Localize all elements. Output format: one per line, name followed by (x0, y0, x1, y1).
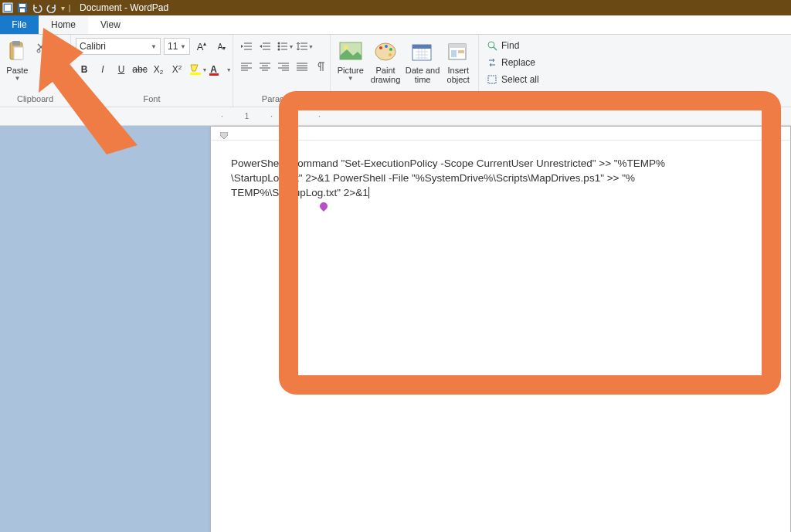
document-body[interactable]: PowerShell -Command "Set-ExecutionPolicy… (211, 141, 790, 215)
right-indent-marker[interactable] (773, 132, 781, 140)
find-button[interactable]: Find (484, 38, 522, 53)
grow-font-button[interactable]: A▴ (193, 38, 210, 55)
group-paragraph-label: Paragraph (238, 93, 325, 105)
justify-button[interactable] (294, 58, 311, 75)
font-size-value: 11 (168, 41, 178, 52)
group-font-label: Font (76, 93, 228, 105)
svg-point-18 (385, 45, 388, 48)
svg-rect-22 (412, 45, 431, 49)
paste-label: Paste (6, 66, 28, 75)
svg-point-12 (277, 46, 280, 48)
align-center-button[interactable] (256, 58, 273, 75)
replace-button[interactable]: Replace (484, 55, 538, 70)
svg-rect-28 (488, 76, 496, 83)
ruler-mark: · (270, 112, 273, 120)
calendar-icon (410, 39, 435, 64)
select-all-icon (487, 74, 497, 85)
select-all-button[interactable]: Select all (484, 72, 542, 87)
svg-point-19 (389, 48, 392, 51)
date-label: Date and time (406, 66, 440, 84)
quick-access-toolbar: ▾ | (2, 2, 72, 14)
ruler-mark: · (294, 112, 297, 120)
titlebar: ▾ | Document - WordPad (0, 0, 791, 15)
ruler-mark-1: 1 (245, 112, 250, 120)
horizontal-ruler: · 1 · · · (0, 107, 791, 126)
paint-label: Paint drawing (369, 66, 402, 84)
text-cursor (368, 187, 369, 198)
tab-file[interactable]: File (0, 15, 39, 34)
cut-label: Cut (49, 43, 63, 53)
page-ruler (211, 127, 790, 141)
save-icon[interactable] (16, 2, 29, 14)
picture-button[interactable]: Picture ▼ (335, 38, 366, 81)
group-insert: Picture ▼ Paint drawing Date and time In… (331, 35, 479, 107)
chevron-down-icon: ▼ (151, 43, 157, 50)
increase-indent-button[interactable] (256, 38, 273, 55)
align-right-button[interactable] (275, 58, 292, 75)
font-name-combo[interactable]: Calibri ▼ (76, 38, 161, 55)
undo-icon[interactable] (31, 2, 43, 14)
tab-view[interactable]: View (88, 15, 133, 34)
object-icon (446, 39, 470, 64)
paint-drawing-button[interactable]: Paint drawing (369, 38, 402, 84)
replace-label: Replace (501, 57, 535, 68)
subscript-button[interactable]: X2 (150, 61, 167, 78)
ribbon-tabs: File Home View (0, 15, 791, 35)
qat-customize[interactable]: ▾ (60, 2, 65, 14)
find-label: Find (501, 40, 519, 51)
date-time-button[interactable]: Date and time (406, 38, 440, 84)
doc-line-2: \StartupLog.txt" 2>&1 PowerShell -File "… (231, 172, 635, 184)
window-title: Document - WordPad (80, 2, 168, 13)
decrease-indent-button[interactable] (238, 38, 255, 55)
replace-icon (487, 57, 497, 68)
picture-label: Picture (338, 66, 364, 75)
palette-icon (373, 39, 398, 64)
paragraph-dialog-button[interactable] (312, 58, 329, 75)
highlight-color-button[interactable]: ▼ (187, 61, 209, 78)
workspace: PowerShell -Command "Set-ExecutionPolicy… (0, 126, 791, 532)
italic-button[interactable]: I (94, 61, 111, 78)
line-spacing-button[interactable]: ▼ (297, 38, 314, 55)
redo-icon[interactable] (46, 2, 58, 14)
select-all-label: Select all (501, 74, 539, 85)
group-clipboard: Paste ▼ Cut Clipboard (0, 35, 71, 107)
insert-object-button[interactable]: Insert object (443, 38, 474, 84)
group-insert-label (335, 93, 474, 105)
svg-rect-1 (5, 5, 11, 11)
svg-point-9 (43, 49, 46, 53)
chevron-down-icon: ▼ (180, 43, 186, 50)
paste-button[interactable]: Paste ▼ (5, 38, 30, 81)
svg-rect-6 (12, 41, 20, 46)
highlight-icon (188, 63, 202, 76)
app-icon (2, 2, 14, 14)
superscript-button[interactable]: X2 (168, 61, 185, 78)
cut-button[interactable]: Cut (33, 39, 66, 56)
font-color-button[interactable]: A▼ (210, 61, 232, 78)
font-name-value: Calibri (80, 41, 106, 52)
underline-button[interactable]: U (113, 61, 130, 78)
doc-line-3: TEMP%\StartupLog.txt" 2>&1 (231, 187, 368, 198)
group-paragraph: ▼ ▼ Paragraph (233, 35, 331, 107)
shrink-font-button[interactable]: A▾ (213, 38, 230, 55)
paste-icon (5, 39, 29, 64)
qat-separator: | (67, 2, 72, 14)
group-editing: Find Replace Select all (479, 35, 548, 107)
svg-rect-24 (449, 44, 466, 48)
strikethrough-button[interactable]: abc (131, 61, 148, 78)
document-page[interactable]: PowerShell -Command "Set-ExecutionPolicy… (210, 126, 791, 532)
svg-rect-10 (190, 73, 201, 75)
left-indent-marker[interactable] (220, 132, 228, 140)
bold-button[interactable]: B (76, 61, 93, 78)
align-left-button[interactable] (238, 58, 255, 75)
object-label: Insert object (443, 66, 474, 84)
group-font: Calibri ▼ 11 ▼ A▴ A▾ B I U abc X2 X2 ▼ (71, 35, 233, 107)
find-icon (487, 40, 497, 51)
tab-home[interactable]: Home (39, 15, 88, 34)
svg-rect-26 (458, 50, 464, 53)
group-editing-label (484, 93, 544, 105)
chevron-down-icon: ▼ (348, 76, 354, 81)
svg-rect-25 (451, 50, 457, 57)
font-size-combo[interactable]: 11 ▼ (164, 38, 190, 55)
svg-point-20 (389, 53, 392, 56)
bullets-button[interactable]: ▼ (275, 38, 295, 55)
